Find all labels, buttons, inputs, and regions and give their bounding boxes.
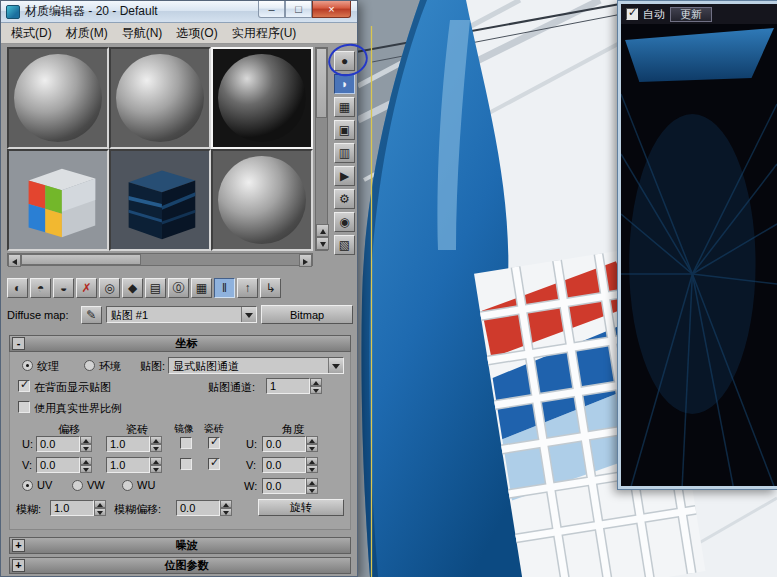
- menu-item-mode[interactable]: 模式(D): [4, 23, 59, 44]
- spinner-down-icon[interactable]: [220, 508, 232, 516]
- texture-radio[interactable]: [22, 360, 33, 371]
- expand-icon[interactable]: +: [12, 559, 25, 572]
- put-to-library-icon[interactable]: ▤: [145, 278, 166, 298]
- update-button[interactable]: 更新: [670, 7, 712, 22]
- minimize-button[interactable]: –: [258, 1, 285, 18]
- assign-material-to-selection-icon[interactable]: ◒: [53, 278, 74, 298]
- material-slot-4[interactable]: [7, 149, 109, 251]
- spinner-up-icon[interactable]: [94, 500, 106, 508]
- make-preview-icon[interactable]: ▶: [334, 166, 355, 186]
- u-angle-value[interactable]: 0.0: [262, 436, 306, 452]
- blur-offset-value[interactable]: 0.0: [176, 500, 220, 516]
- blur-offset-spinner[interactable]: 0.0: [176, 500, 232, 516]
- collapse-icon[interactable]: -: [12, 337, 25, 350]
- bitmap-parameters-rollout-header[interactable]: + 位图参数: [9, 557, 351, 574]
- wu-radio[interactable]: [122, 480, 133, 491]
- spinner-up-icon[interactable]: [220, 500, 232, 508]
- slot-horizontal-scrollbar[interactable]: [7, 253, 313, 266]
- spinner-down-icon[interactable]: [306, 444, 318, 452]
- blur-spinner[interactable]: 1.0: [50, 500, 106, 516]
- options-icon[interactable]: ⚙: [334, 189, 355, 209]
- v-offset-spinner[interactable]: 0.0: [36, 457, 92, 473]
- v-tiling-value[interactable]: 1.0: [106, 457, 150, 473]
- v-tile-checkbox[interactable]: [208, 458, 220, 470]
- spinner-down-icon[interactable]: [310, 386, 322, 394]
- spinner-up-icon[interactable]: [306, 436, 318, 444]
- spinner-up-icon[interactable]: [80, 436, 92, 444]
- scrollbar-thumb[interactable]: [21, 254, 141, 265]
- spinner-up-icon[interactable]: [150, 457, 162, 465]
- show-map-in-viewport-icon[interactable]: ▦: [191, 278, 212, 298]
- menu-item-options[interactable]: 选项(O): [169, 23, 224, 44]
- spinner-up-icon[interactable]: [80, 457, 92, 465]
- map-channel-value[interactable]: 1: [266, 378, 310, 394]
- v-angle-value[interactable]: 0.0: [262, 457, 306, 473]
- menu-item-utilities[interactable]: 实用程序(U): [225, 23, 304, 44]
- close-button[interactable]: ×: [312, 1, 351, 18]
- coordinates-rollout-header[interactable]: - 坐标: [9, 335, 351, 352]
- spinner-down-icon[interactable]: [306, 486, 318, 494]
- material-map-navigator-icon[interactable]: ▧: [334, 235, 355, 255]
- spinner-down-icon[interactable]: [150, 444, 162, 452]
- select-by-material-icon[interactable]: ◉: [334, 212, 355, 232]
- go-forward-to-sibling-icon[interactable]: ↳: [260, 278, 281, 298]
- put-material-to-scene-icon[interactable]: ◓: [30, 278, 51, 298]
- material-slot-2[interactable]: [109, 47, 211, 149]
- environment-radio[interactable]: [84, 360, 95, 371]
- background-icon[interactable]: ▦: [334, 97, 355, 117]
- map-mode-dropdown[interactable]: 显式贴图通道: [168, 357, 344, 374]
- v-tiling-spinner[interactable]: 1.0: [106, 457, 162, 473]
- u-mirror-checkbox[interactable]: [180, 437, 192, 449]
- u-angle-spinner[interactable]: 0.0: [262, 436, 318, 452]
- map-channel-spinner[interactable]: 1: [266, 378, 322, 394]
- scroll-left-button[interactable]: [8, 254, 21, 267]
- rotate-button[interactable]: 旋转: [258, 499, 344, 516]
- scrollbar-thumb[interactable]: [316, 48, 327, 118]
- menu-item-material[interactable]: 材质(M): [59, 23, 115, 44]
- material-slot-1[interactable]: [7, 47, 109, 149]
- v-angle-spinner[interactable]: 0.0: [262, 457, 318, 473]
- video-color-check-icon[interactable]: ▥: [334, 143, 355, 163]
- u-offset-spinner[interactable]: 0.0: [36, 436, 92, 452]
- reset-map-icon[interactable]: ✗: [76, 278, 97, 298]
- make-material-copy-icon[interactable]: ◎: [99, 278, 120, 298]
- v-offset-value[interactable]: 0.0: [36, 457, 80, 473]
- pick-material-icon[interactable]: ✎: [81, 306, 102, 324]
- expand-icon[interactable]: +: [12, 539, 25, 552]
- go-to-parent-icon[interactable]: ↑: [237, 278, 258, 298]
- preview-titlebar[interactable]: 自动 更新: [621, 4, 777, 24]
- get-material-icon[interactable]: ◐: [7, 278, 28, 298]
- blur-value[interactable]: 1.0: [50, 500, 94, 516]
- sample-uv-tiling-icon[interactable]: ▣: [334, 120, 355, 140]
- spinner-up-icon[interactable]: [306, 478, 318, 486]
- u-tiling-spinner[interactable]: 1.0: [106, 436, 162, 452]
- menu-item-navigation[interactable]: 导航(N): [115, 23, 170, 44]
- spinner-up-icon[interactable]: [306, 457, 318, 465]
- make-unique-icon[interactable]: ◆: [122, 278, 143, 298]
- spinner-up-icon[interactable]: [150, 436, 162, 444]
- material-slot-5[interactable]: [109, 149, 211, 251]
- show-map-on-back-checkbox[interactable]: [18, 380, 30, 392]
- show-end-result-icon[interactable]: ‖: [214, 278, 235, 298]
- sample-type-icon[interactable]: ●: [334, 51, 355, 71]
- u-tile-checkbox[interactable]: [208, 437, 220, 449]
- uv-radio[interactable]: [22, 480, 33, 491]
- noise-rollout-header[interactable]: + 噪波: [9, 537, 351, 554]
- u-offset-value[interactable]: 0.0: [36, 436, 80, 452]
- vw-radio[interactable]: [72, 480, 83, 491]
- scroll-right-button[interactable]: [299, 254, 312, 267]
- u-tiling-value[interactable]: 1.0: [106, 436, 150, 452]
- real-world-scale-checkbox[interactable]: [18, 401, 30, 413]
- w-angle-value[interactable]: 0.0: [262, 478, 306, 494]
- w-angle-spinner[interactable]: 0.0: [262, 478, 318, 494]
- spinner-down-icon[interactable]: [306, 465, 318, 473]
- spinner-down-icon[interactable]: [150, 465, 162, 473]
- spinner-down-icon[interactable]: [80, 444, 92, 452]
- spinner-up-icon[interactable]: [310, 378, 322, 386]
- map-type-button[interactable]: Bitmap: [261, 305, 353, 324]
- scroll-down-button[interactable]: [316, 237, 329, 250]
- material-slot-6[interactable]: [211, 149, 313, 251]
- scroll-up-button[interactable]: [316, 224, 329, 237]
- material-id-channel-icon[interactable]: ⓪: [168, 278, 189, 298]
- spinner-down-icon[interactable]: [94, 508, 106, 516]
